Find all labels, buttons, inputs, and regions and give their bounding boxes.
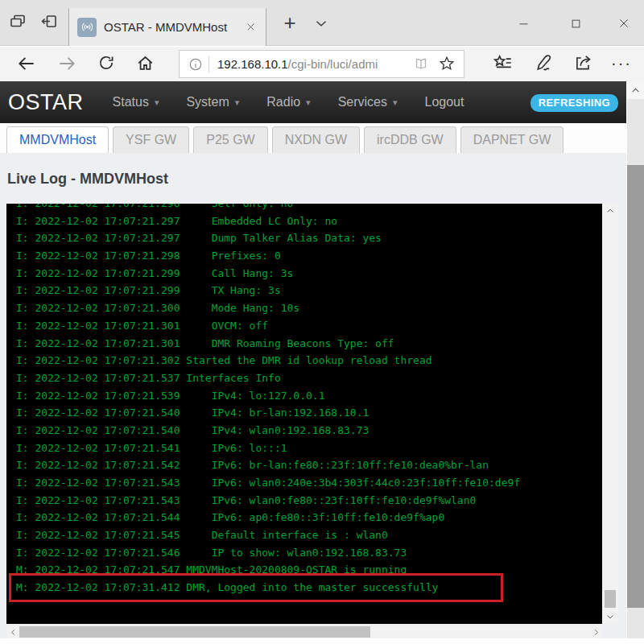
log-line: I: 2022-12-02 17:07:21.541 IPv6: lo:::1 <box>16 440 602 457</box>
scroll-left-icon <box>9 628 18 637</box>
page-scrollbar[interactable] <box>627 81 644 638</box>
scroll-up-icon <box>605 206 615 216</box>
bottom-gap <box>0 638 644 644</box>
navbar-menu-item-label: Radio <box>266 95 300 109</box>
new-tab-button[interactable]: + <box>278 11 302 35</box>
ink-notes-icon <box>533 52 554 73</box>
browser-tab-bar: OSTAR - MMDVMHost + <box>0 0 644 46</box>
forward-button[interactable] <box>56 53 77 74</box>
module-tab-label: NXDN GW <box>285 133 347 147</box>
log-line: I: 2022-12-02 17:07:21.298 Prefixes: 0 <box>16 247 602 265</box>
more-icon: ··· <box>610 52 633 73</box>
log-line: I: 2022-12-02 17:07:21.539 IPv4: lo:127.… <box>16 387 602 405</box>
url-path: /cgi-bin/luci/admi <box>288 57 412 71</box>
log-line: M: 2022-12-02 17:07:31.412 DMR, Logged i… <box>16 579 602 597</box>
navbar-menu-item[interactable]: Services ▾ <box>338 95 398 109</box>
refresh-icon <box>97 53 116 72</box>
refreshing-badge[interactable]: REFRESHING <box>530 94 618 112</box>
window-close-button[interactable] <box>613 13 634 34</box>
tab-close-icon <box>246 22 256 32</box>
scroll-right-icon <box>592 628 601 637</box>
set-tabs-aside-icon <box>39 12 59 35</box>
back-icon <box>16 53 37 74</box>
browser-tab[interactable]: OSTAR - MMDVMHost <box>68 8 266 46</box>
refresh-button[interactable] <box>97 53 118 74</box>
favorite-button[interactable] <box>438 55 457 74</box>
back-button[interactable] <box>16 53 37 74</box>
module-tab-label: YSF GW <box>126 133 176 147</box>
navbar-menu-item-label: Status <box>113 95 149 109</box>
site-info-icon[interactable] <box>188 56 204 72</box>
scroll-down-icon <box>605 612 615 621</box>
browser-tab-title: OSTAR - MMDVMHost <box>104 20 242 34</box>
module-tab[interactable]: ircDDB GW <box>364 126 456 153</box>
page-scroll-up-button[interactable] <box>627 81 644 99</box>
module-tab[interactable]: YSF GW <box>113 126 189 153</box>
live-log[interactable]: I: 2022-12-02 17:07:21.296 Self Only: no… <box>6 204 602 624</box>
reading-view-icon <box>412 55 430 72</box>
window-close-icon <box>617 17 630 30</box>
scroll-up-button[interactable] <box>602 204 618 218</box>
log-line: I: 2022-12-02 17:07:21.545 Default inter… <box>16 526 602 544</box>
home-button[interactable] <box>135 53 156 74</box>
browser-window: OSTAR - MMDVMHost + 192.168.10.1 /cgi-bi… <box>0 0 644 644</box>
minimize-button[interactable] <box>513 13 534 34</box>
scroll-down-button[interactable] <box>602 609 618 624</box>
module-tab[interactable]: DAPNET GW <box>460 126 564 153</box>
log-line: I: 2022-12-02 17:07:21.540 IPv4: br-lan:… <box>16 404 602 422</box>
ink-notes-button[interactable] <box>533 52 555 75</box>
page-title: Live Log - MMDVMHost <box>7 171 168 188</box>
set-tabs-aside-button[interactable] <box>38 12 60 35</box>
site-favicon <box>77 18 97 37</box>
log-lines: I: 2022-12-02 17:07:21.296 Self Only: no… <box>6 204 602 597</box>
scroll-up-icon <box>630 85 641 96</box>
navbar-menu-item[interactable]: Radio ▾ <box>266 95 310 109</box>
logout-link[interactable]: Logout <box>425 95 464 109</box>
navbar-menu: Status ▾ System ▾ Radio ▾ Services ▾ <box>113 95 398 109</box>
log-vertical-scrollbar[interactable] <box>602 204 618 624</box>
log-hscroll-thumb[interactable] <box>19 626 370 638</box>
more-menu-button[interactable]: ··· <box>610 52 633 75</box>
favorite-icon <box>438 55 456 72</box>
url-host: 192.168.10.1 <box>217 57 288 71</box>
url-divider <box>208 56 209 72</box>
log-line: I: 2022-12-02 17:07:21.297 Dump Talker A… <box>16 229 602 247</box>
tab-preview-button[interactable] <box>6 12 29 35</box>
forward-icon <box>56 53 77 74</box>
share-button[interactable] <box>573 52 596 75</box>
navbar-menu-item[interactable]: Status ▾ <box>113 95 159 109</box>
favorites-hub-button[interactable] <box>493 52 515 75</box>
tab-list-button[interactable] <box>312 14 332 34</box>
log-line: I: 2022-12-02 17:07:21.543 IPv6: wlan0:2… <box>16 474 602 492</box>
log-vscroll-thumb[interactable] <box>605 590 616 608</box>
chevron-down-icon: ▾ <box>155 97 159 108</box>
log-line: I: 2022-12-02 17:07:21.540 IPv4: wlan0:1… <box>16 422 602 440</box>
log-line: I: 2022-12-02 17:07:21.301 OVCM: off <box>16 317 602 335</box>
module-tab[interactable]: P25 GW <box>193 126 267 153</box>
module-tab[interactable]: NXDN GW <box>272 126 360 153</box>
maximize-button[interactable] <box>565 13 586 34</box>
page-scroll-thumb[interactable] <box>627 165 644 608</box>
share-icon <box>573 52 594 73</box>
home-icon <box>135 53 155 73</box>
log-line: I: 2022-12-02 17:07:21.299 Call Hang: 3s <box>16 265 602 283</box>
module-tab-label: DAPNET GW <box>473 133 551 147</box>
module-tab-label: MMDVMHost <box>19 133 96 147</box>
log-horizontal-scrollbar[interactable] <box>6 625 602 638</box>
log-line: I: 2022-12-02 17:07:21.542 IPv6: br-lan:… <box>16 456 602 474</box>
tab-preview-icon <box>8 12 27 35</box>
navbar-menu-item[interactable]: System ▾ <box>186 95 239 109</box>
module-tab[interactable]: MMDVMHost <box>6 126 109 153</box>
address-bar[interactable]: 192.168.10.1 /cgi-bin/luci/admi <box>179 50 464 78</box>
chevron-down-icon: ▾ <box>393 97 398 108</box>
reading-view-button[interactable] <box>412 55 431 74</box>
maximize-icon <box>570 18 582 30</box>
log-line: I: 2022-12-02 17:07:21.297 Embedded LC O… <box>16 213 602 230</box>
favorites-hub-icon <box>493 52 514 73</box>
brand-logo: OSTAR <box>8 90 84 115</box>
module-tabs: MMDVMHost YSF GW P25 GW NXDN GW ircDDB G… <box>6 126 564 153</box>
log-line: I: 2022-12-02 17:07:21.299 TX Hang: 3s <box>16 282 602 299</box>
scroll-left-button[interactable] <box>6 625 19 638</box>
tab-close-button[interactable] <box>242 19 259 36</box>
scroll-right-button[interactable] <box>589 625 602 638</box>
